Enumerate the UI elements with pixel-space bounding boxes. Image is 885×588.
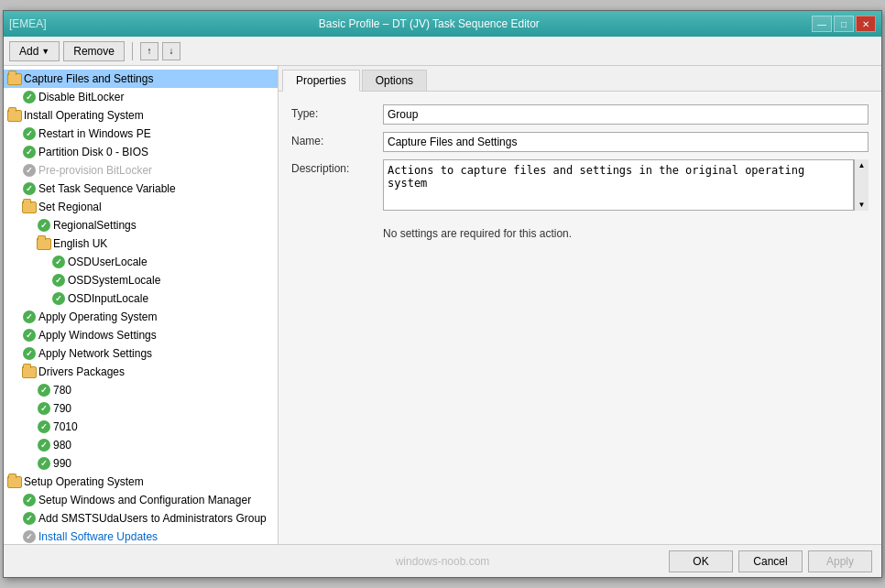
check-icon: ✓ <box>37 383 51 397</box>
check-icon: ✓ <box>22 145 37 159</box>
check-icon: ✓ <box>22 181 37 196</box>
tree-item-drv-980[interactable]: ✓980 <box>4 436 278 454</box>
tree-item-pre-provision[interactable]: ✓Pre-provision BitLocker <box>4 161 278 180</box>
toolbar: Add ▼ Remove ↑ ↓ <box>4 37 881 66</box>
remove-button[interactable]: Remove <box>63 41 125 61</box>
maximize-button[interactable]: □ <box>834 16 854 32</box>
tree-label-set-task-seq: Set Task Sequence Variable <box>38 180 176 197</box>
tree-item-apply-os[interactable]: ✓Apply Operating System <box>4 308 278 326</box>
tree-item-setup-os-group[interactable]: Setup Operating System <box>4 473 278 491</box>
tree-label-install-os-group: Install Operating System <box>24 107 144 124</box>
description-label: Description: <box>291 159 383 175</box>
tree-label-setup-win-cm: Setup Windows and Configuration Manager <box>38 492 251 508</box>
check-gray-icon: ✓ <box>22 529 37 544</box>
tree-item-drivers-packages[interactable]: Drivers Packages <box>4 363 278 381</box>
window-title: Basic Profile – DT (JV) Task Sequence Ed… <box>47 17 812 30</box>
add-button[interactable]: Add ▼ <box>9 41 60 61</box>
check-icon: ✓ <box>22 346 37 361</box>
tree-label-drv-7010: 7010 <box>53 419 78 435</box>
tree-item-drv-990[interactable]: ✓990 <box>4 454 278 473</box>
tree-item-osd-user-locale[interactable]: ✓OSDUserLocale <box>4 253 278 271</box>
tree-item-apply-net-settings[interactable]: ✓Apply Network Settings <box>4 344 278 363</box>
type-input[interactable] <box>383 104 869 125</box>
folder-icon <box>7 474 22 489</box>
title-prefix: [EMEA] <box>9 17 47 30</box>
move-up-icon[interactable]: ↑ <box>140 42 158 60</box>
tree-label-install-sw-updates: Install Software Updates <box>38 528 158 544</box>
tree-item-add-smsts[interactable]: ✓Add SMSTSUdaUsers to Administrators Gro… <box>4 509 278 528</box>
scroll-up-icon[interactable]: ▲ <box>858 161 866 169</box>
tree-label-drv-790: 790 <box>53 400 71 417</box>
tree-item-english-uk[interactable]: English UK <box>4 234 278 253</box>
tree-item-capture-group[interactable]: Capture Files and Settings <box>4 70 278 88</box>
description-wrapper: ▲ ▼ <box>383 159 869 211</box>
description-input[interactable] <box>383 159 854 211</box>
tree-item-install-os-group[interactable]: Install Operating System <box>4 106 278 125</box>
tree-item-set-regional[interactable]: Set Regional <box>4 198 278 216</box>
check-icon: ✓ <box>22 126 37 141</box>
tree-item-partition-disk[interactable]: ✓Partition Disk 0 - BIOS <box>4 143 278 161</box>
tree-label-capture-group: Capture Files and Settings <box>24 71 153 87</box>
check-icon: ✓ <box>51 255 66 269</box>
check-icon: ✓ <box>22 310 37 324</box>
tree-label-apply-net-settings: Apply Network Settings <box>38 345 152 362</box>
tree-label-partition-disk: Partition Disk 0 - BIOS <box>38 144 148 160</box>
tree-label-apply-os: Apply Operating System <box>38 309 157 325</box>
tree-item-install-sw-updates[interactable]: ✓Install Software Updates <box>4 528 278 544</box>
tree-label-drivers-packages: Drivers Packages <box>38 364 125 380</box>
cancel-button[interactable]: Cancel <box>738 550 803 572</box>
check-icon: ✓ <box>37 438 51 452</box>
footer: windows-noob.com OK Cancel Apply <box>4 544 881 577</box>
tab-bar: Properties Options <box>279 66 881 92</box>
tree-item-disable-bitlocker[interactable]: ✓Disable BitLocker <box>4 88 278 106</box>
notice-row: No settings are required for this action… <box>291 218 869 249</box>
folder-icon <box>7 108 22 123</box>
tab-options[interactable]: Options <box>362 70 427 91</box>
description-row: Description: ▲ ▼ <box>291 159 869 211</box>
name-row: Name: <box>291 132 869 152</box>
window-controls: — □ ✕ <box>812 16 876 32</box>
close-button[interactable]: ✕ <box>856 16 876 32</box>
tree-item-osd-input-locale[interactable]: ✓OSDInputLocale <box>4 289 278 308</box>
add-dropdown-arrow: ▼ <box>41 47 49 56</box>
type-label: Type: <box>291 104 383 120</box>
tree-label-osd-system-locale: OSDSystemLocale <box>68 272 160 289</box>
tree-label-drv-990: 990 <box>53 455 71 472</box>
toolbar-separator <box>132 42 133 60</box>
check-gray-icon: ✓ <box>22 163 37 178</box>
tab-properties[interactable]: Properties <box>282 70 360 92</box>
tree-item-set-task-seq[interactable]: ✓Set Task Sequence Variable <box>4 180 278 198</box>
tree-label-restart-winpe: Restart in Windows PE <box>38 125 151 142</box>
folder-icon <box>7 71 22 86</box>
tree-label-setup-os-group: Setup Operating System <box>24 474 144 490</box>
tree-panel: Capture Files and Settings✓Disable BitLo… <box>4 66 279 544</box>
title-bar: [EMEA] Basic Profile – DT (JV) Task Sequ… <box>4 11 881 37</box>
tree-item-drv-7010[interactable]: ✓7010 <box>4 418 278 436</box>
tree-label-osd-user-locale: OSDUserLocale <box>68 254 148 270</box>
main-content: Capture Files and Settings✓Disable BitLo… <box>4 66 881 544</box>
tree-label-pre-provision: Pre-provision BitLocker <box>38 162 152 179</box>
tree-item-drv-790[interactable]: ✓790 <box>4 399 278 418</box>
folder-icon <box>37 236 51 251</box>
check-icon: ✓ <box>22 90 37 104</box>
minimize-button[interactable]: — <box>812 16 832 32</box>
watermark: windows-noob.com <box>396 555 490 568</box>
move-down-icon[interactable]: ↓ <box>162 42 180 60</box>
tree-item-regional-settings[interactable]: ✓RegionalSettings <box>4 216 278 234</box>
description-scrollbar[interactable]: ▲ ▼ <box>854 159 869 211</box>
tree-item-osd-system-locale[interactable]: ✓OSDSystemLocale <box>4 271 278 289</box>
tree-item-restart-winpe[interactable]: ✓Restart in Windows PE <box>4 125 278 143</box>
tree-label-set-regional: Set Regional <box>38 199 102 215</box>
tree-item-setup-win-cm[interactable]: ✓Setup Windows and Configuration Manager <box>4 491 278 509</box>
apply-button[interactable]: Apply <box>808 550 872 572</box>
tree-item-apply-win-settings[interactable]: ✓Apply Windows Settings <box>4 326 278 344</box>
name-input[interactable] <box>383 132 869 152</box>
scroll-down-icon[interactable]: ▼ <box>858 201 866 209</box>
tree-item-drv-780[interactable]: ✓780 <box>4 381 278 399</box>
right-panel: Properties Options Type: Name: Descripti… <box>279 66 881 544</box>
ok-button[interactable]: OK <box>669 550 733 572</box>
tree-label-add-smsts: Add SMSTSUdaUsers to Administrators Grou… <box>38 510 267 527</box>
check-icon: ✓ <box>37 419 51 434</box>
check-icon: ✓ <box>37 456 51 471</box>
check-icon: ✓ <box>22 328 37 343</box>
